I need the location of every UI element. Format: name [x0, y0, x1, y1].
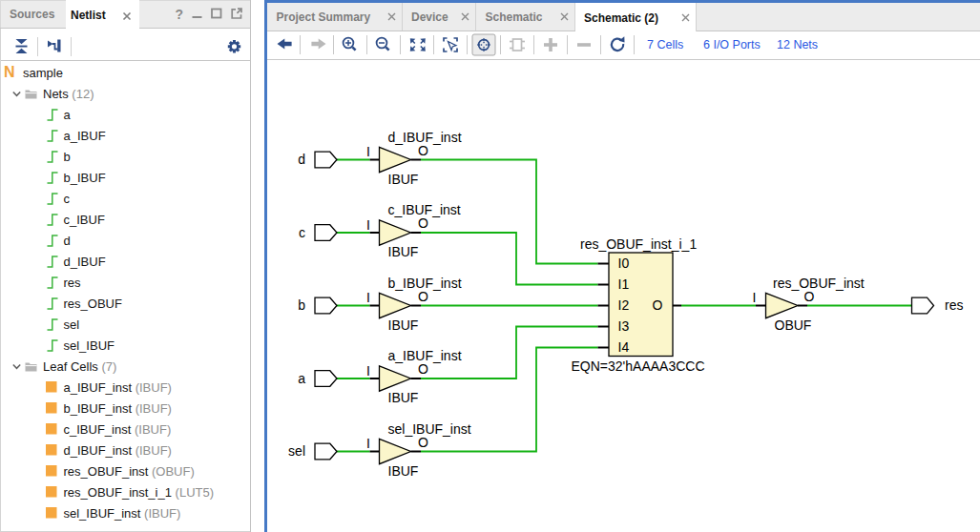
port-label-sel[interactable]: sel — [288, 443, 305, 459]
refresh-icon[interactable] — [612, 36, 625, 51]
pin-o-label: O — [418, 143, 428, 158]
type-label: OBUF — [775, 317, 812, 333]
float-icon[interactable] — [231, 6, 242, 23]
minimize-icon[interactable] — [192, 6, 202, 23]
net-icon — [47, 167, 58, 188]
tab-schematic[interactable]: Schematic — [476, 3, 575, 31]
lut-pin-i3: I3 — [618, 318, 630, 334]
net-icon — [47, 251, 58, 272]
zoom-fit-icon[interactable] — [410, 38, 426, 51]
zoom-selection-icon[interactable] — [444, 38, 457, 51]
tree-item-leaf-cells[interactable]: Leaf Cells (7) — [1, 356, 250, 377]
tree-item-sample[interactable]: N sample — [1, 62, 250, 83]
settings-gear-icon[interactable] — [227, 39, 242, 58]
tree-item-net-res_OBUF[interactable]: res_OBUF — [1, 293, 250, 314]
io-ports-link[interactable]: 6 I/O Ports — [703, 31, 761, 58]
folder-icon — [25, 356, 37, 377]
tree-item-cell-res_OBUF_inst[interactable]: res_OBUF_inst (OBUF) — [1, 460, 250, 481]
instance-label[interactable]: sel_IBUF_inst — [388, 421, 471, 437]
tree-item-net-c[interactable]: c — [1, 188, 250, 209]
pin-o-label: O — [418, 435, 428, 450]
ibuf-symbols[interactable] — [380, 147, 411, 463]
instance-label[interactable]: res_OBUF_inst — [773, 276, 865, 291]
back-icon[interactable] — [278, 39, 292, 50]
folder-icon — [25, 83, 37, 104]
type-label: IBUF — [388, 317, 419, 333]
net-icon — [47, 146, 58, 167]
tree-item-cell-c_IBUF_inst[interactable]: c_IBUF_inst (IBUF) — [1, 419, 250, 440]
lut-pin-i0: I0 — [618, 256, 630, 271]
tab-schematic-2[interactable]: Schematic (2) — [575, 3, 698, 31]
input-ports[interactable] — [315, 152, 337, 460]
tree-item-net-sel[interactable]: sel — [1, 314, 250, 335]
tree-item-cell-b_IBUF_inst[interactable]: b_IBUF_inst (IBUF) — [1, 398, 250, 419]
tree-item-net-b[interactable]: b — [1, 146, 250, 167]
add-icon[interactable] — [544, 38, 557, 51]
pin-i-label: I — [366, 363, 370, 379]
show-connectivity-icon[interactable] — [48, 39, 61, 56]
tree-item-cell-a_IBUF_inst[interactable]: a_IBUF_inst (IBUF) — [1, 377, 250, 398]
cell-icon — [46, 481, 57, 502]
cell-icon — [46, 502, 57, 523]
cell-icon — [46, 377, 57, 398]
port-label-res[interactable]: res — [945, 297, 963, 313]
tab-sources[interactable]: Sources — [0, 0, 66, 28]
tree-item-net-a[interactable]: a — [1, 104, 250, 125]
type-label: IBUF — [388, 244, 419, 259]
tree-item-net-b_IBUF[interactable]: b_IBUF — [1, 167, 250, 188]
vivado-window: Sources Netlist ? — [0, 0, 980, 532]
cells-link[interactable]: 7 Cells — [647, 31, 683, 58]
tab-netlist[interactable]: Netlist — [66, 0, 139, 29]
tab-sources-label: Sources — [10, 8, 54, 21]
tree-item-cell-d_IBUF_inst[interactable]: d_IBUF_inst (IBUF) — [1, 440, 250, 460]
port-label-a[interactable]: a — [298, 371, 305, 386]
autofit-selection-button[interactable] — [472, 34, 495, 55]
pin-o-label: O — [804, 289, 815, 304]
right-tabbar: Project Summary Device Schematic Schemat… — [267, 3, 980, 31]
close-icon[interactable] — [560, 10, 569, 24]
tab-device[interactable]: Device — [403, 3, 477, 31]
net-icon — [47, 104, 58, 125]
tree-item-cell-sel_IBUF_inst[interactable]: sel_IBUF_inst (IBUF) — [1, 502, 250, 523]
net-icon — [47, 125, 58, 146]
zoom-out-icon[interactable] — [377, 38, 389, 51]
net-icon — [47, 230, 58, 251]
close-icon[interactable] — [681, 11, 690, 25]
pin-i-label: I — [366, 144, 370, 159]
cell-icon — [46, 398, 57, 419]
port-label-c[interactable]: c — [299, 225, 305, 240]
close-icon[interactable] — [122, 10, 132, 24]
schematic-canvas[interactable]: d c b a sel — [267, 60, 980, 532]
net-icon — [47, 314, 58, 335]
lut-instance-label[interactable]: res_OBUF_inst_i_1 — [580, 236, 697, 252]
maximize-icon[interactable] — [211, 6, 222, 23]
forward-icon[interactable] — [311, 39, 325, 50]
tab-project-summary[interactable]: Project Summary — [267, 3, 403, 31]
port-label-b[interactable]: b — [298, 297, 305, 313]
net-icon — [47, 188, 58, 209]
lut-pin-i2: I2 — [618, 297, 630, 313]
tree-item-net-res[interactable]: res — [1, 272, 250, 293]
expand-cone-icon[interactable] — [510, 39, 525, 51]
tree-item-nets[interactable]: Nets (12) — [1, 83, 250, 104]
chevron-down-icon[interactable] — [12, 83, 21, 104]
type-label: IBUF — [388, 172, 419, 187]
tree-item-net-d[interactable]: d — [1, 230, 250, 251]
port-label-d[interactable]: d — [298, 152, 305, 167]
chevron-down-icon[interactable] — [12, 356, 21, 377]
pin-o-label: O — [418, 361, 428, 377]
cell-icon — [46, 440, 57, 460]
tree-item-net-sel_IBUF[interactable]: sel_IBUF — [1, 335, 250, 356]
tree-item-cell-res_OBUF_inst_i_1[interactable]: res_OBUF_inst_i_1 (LUT5) — [1, 481, 250, 502]
nets-link[interactable]: 12 Nets — [777, 31, 818, 58]
close-icon[interactable] — [387, 10, 396, 24]
tree-item-net-c_IBUF[interactable]: c_IBUF — [1, 209, 250, 230]
tree-item-net-d_IBUF[interactable]: d_IBUF — [1, 251, 250, 272]
tree-item-net-a_IBUF[interactable]: a_IBUF — [1, 125, 250, 146]
help-icon[interactable]: ? — [175, 8, 183, 21]
output-port[interactable] — [912, 297, 934, 314]
obuf-cell[interactable]: res_OBUF_inst I O OBUF — [753, 276, 865, 334]
collapse-all-icon[interactable] — [15, 39, 28, 57]
zoom-in-icon[interactable] — [344, 38, 356, 51]
close-icon[interactable] — [461, 10, 469, 24]
